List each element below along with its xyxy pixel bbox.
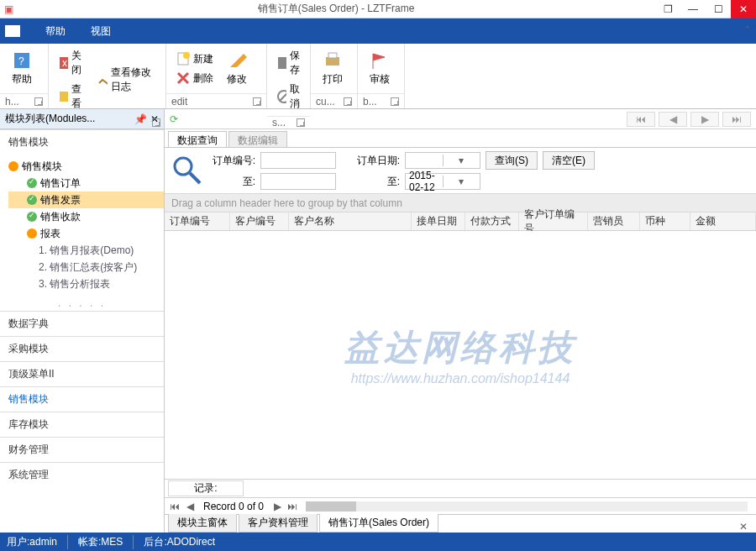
help-icon: ? bbox=[12, 50, 32, 71]
module-inventory[interactable]: 库存模块 bbox=[0, 412, 164, 437]
title-bar: ▣ 销售订单(Sales Order) - LZTFrame ❐ — ☐ ✕ bbox=[0, 0, 756, 18]
app-menu-button[interactable] bbox=[5, 25, 20, 37]
status-bar: 用户:admin 帐套:MES 后台:ADODirect bbox=[0, 533, 756, 551]
grid-body[interactable]: 益达网络科技 https://www.huzhan.com/ishop14144 bbox=[165, 231, 756, 479]
group-launcher-edit[interactable] bbox=[253, 97, 261, 106]
print-button[interactable]: 打印 bbox=[318, 49, 348, 88]
grid-navigator: ⏮ ◀ Record 0 of 0 ▶ ⏭ bbox=[165, 497, 756, 514]
col-currency[interactable]: 币种 bbox=[640, 213, 690, 230]
nav-first-icon[interactable]: ⏮ bbox=[168, 500, 181, 513]
collapse-ribbon-icon[interactable]: ˆ bbox=[746, 25, 749, 37]
doc-tab-customer[interactable]: 客户资料管理 bbox=[239, 514, 318, 533]
col-orderno[interactable]: 订单编号 bbox=[165, 213, 230, 230]
accordion-separator: . . . . . bbox=[0, 296, 164, 311]
col-amount[interactable]: 金额 bbox=[690, 213, 756, 230]
col-recvdate[interactable]: 接单日期 bbox=[412, 213, 465, 230]
minimize-button[interactable]: — bbox=[680, 0, 706, 18]
col-sales[interactable]: 营销员 bbox=[588, 213, 640, 230]
input-date-to[interactable]: 2015-02-12▾ bbox=[405, 173, 480, 190]
nav-next[interactable]: ▶ bbox=[690, 112, 719, 127]
col-custorderno[interactable]: 客户订单编号 bbox=[519, 213, 588, 230]
check-icon bbox=[27, 178, 37, 188]
nav-last-icon[interactable]: ⏭ bbox=[286, 500, 299, 513]
view-icon bbox=[59, 90, 68, 103]
chevron-down-icon[interactable]: ▾ bbox=[443, 155, 480, 166]
tree-item-salesreceipt[interactable]: 销售收款 bbox=[8, 208, 164, 225]
group-launcher-window[interactable] bbox=[152, 118, 160, 127]
window-title: 销售订单(Sales Order) - LZTFrame bbox=[17, 2, 655, 16]
tree-item-reports[interactable]: 报表 bbox=[8, 225, 164, 242]
module-purchase[interactable]: 采购模块 bbox=[0, 336, 164, 361]
check-icon bbox=[27, 195, 37, 205]
refresh-icon[interactable]: ⟳ bbox=[170, 113, 178, 125]
label-to2: 至: bbox=[341, 175, 400, 189]
module-finance[interactable]: 财务管理 bbox=[0, 437, 164, 462]
input-orderno-to[interactable] bbox=[260, 173, 336, 190]
doc-tab-close-icon[interactable]: ✕ bbox=[734, 521, 753, 533]
flag-icon bbox=[370, 50, 390, 71]
menu-view[interactable]: 视图 bbox=[91, 24, 111, 39]
horizontal-scrollbar[interactable] bbox=[306, 501, 748, 512]
print-icon bbox=[323, 50, 343, 71]
status-user: 用户:admin bbox=[7, 535, 68, 549]
audit-button[interactable]: 审核 bbox=[365, 49, 395, 88]
input-orderno-from[interactable] bbox=[260, 152, 336, 169]
col-payment[interactable]: 付款方式 bbox=[465, 213, 519, 230]
search-button[interactable]: 查询(S) bbox=[486, 151, 538, 170]
save-button[interactable]: 保存 bbox=[274, 47, 307, 79]
restore-down-button[interactable]: ❐ bbox=[655, 0, 680, 18]
tree-root[interactable]: 销售模块 bbox=[8, 158, 164, 175]
group-by-hint[interactable]: Drag a column header here to group by th… bbox=[165, 194, 756, 213]
status-backend: 后台:ADODirect bbox=[144, 535, 215, 549]
status-account: 帐套:MES bbox=[78, 535, 134, 549]
view-log-button[interactable]: 查看修改日志 bbox=[94, 64, 159, 96]
edit-icon bbox=[227, 50, 247, 71]
maximize-button[interactable]: ☐ bbox=[706, 0, 731, 18]
module-system[interactable]: 系统管理 bbox=[0, 462, 164, 487]
record-label: 记录: bbox=[168, 480, 244, 496]
view-button[interactable]: 查看 bbox=[55, 81, 89, 113]
new-button[interactable]: 新建 bbox=[173, 50, 217, 68]
nav-next-icon[interactable]: ▶ bbox=[270, 500, 284, 513]
save-icon bbox=[277, 56, 286, 70]
nav-prev-icon[interactable]: ◀ bbox=[183, 500, 197, 513]
help-button[interactable]: ? 帮助 bbox=[7, 49, 37, 88]
doc-tab-salesorder[interactable]: 销售订单(Sales Order) bbox=[319, 514, 438, 533]
modify-button[interactable]: 修改 bbox=[222, 49, 252, 88]
tree-report-1[interactable]: 1. 销售月报表(Demo) bbox=[8, 242, 164, 259]
clear-button[interactable]: 清空(E) bbox=[543, 151, 595, 170]
svg-rect-4 bbox=[60, 92, 68, 102]
nav-last[interactable]: ⏭ bbox=[722, 112, 751, 127]
group-launcher-audit[interactable] bbox=[391, 97, 399, 106]
pin-icon[interactable]: 📌 bbox=[134, 113, 147, 125]
tab-query[interactable]: 数据查询 bbox=[168, 131, 227, 147]
cancel-button[interactable]: 取消 bbox=[274, 81, 307, 113]
tree-item-salesinvoice[interactable]: 销售发票 bbox=[8, 192, 164, 208]
module-sales[interactable]: 销售模块 bbox=[0, 386, 164, 412]
close-button[interactable]: ✕ bbox=[731, 0, 756, 18]
module-datadict[interactable]: 数据字典 bbox=[0, 311, 164, 336]
menu-help[interactable]: 帮助 bbox=[45, 24, 66, 39]
close-window-button[interactable]: x关闭 bbox=[55, 47, 89, 79]
tree-header[interactable]: 销售模块 bbox=[0, 129, 164, 155]
tree-report-2[interactable]: 2. 销售汇总表(按客户) bbox=[8, 259, 164, 276]
chevron-down-icon[interactable]: ▾ bbox=[443, 176, 480, 187]
main-panel: ⟳ ⏮ ◀ ▶ ⏭ 数据查询 数据编辑 订单编号: 订单日期: ▾ 查询(S) bbox=[165, 109, 756, 533]
tree-item-salesorder[interactable]: 销售订单 bbox=[8, 175, 164, 192]
tab-edit[interactable]: 数据编辑 bbox=[228, 131, 287, 147]
delete-button[interactable]: 删除 bbox=[173, 70, 217, 87]
new-icon bbox=[176, 52, 190, 66]
col-custno[interactable]: 客户编号 bbox=[230, 213, 289, 230]
group-launcher-print[interactable] bbox=[344, 97, 352, 106]
grid-summary-row: 记录: bbox=[165, 479, 756, 497]
doc-tab-main[interactable]: 模块主窗体 bbox=[168, 514, 237, 533]
close-icon: x bbox=[59, 56, 68, 70]
tree-report-3[interactable]: 3. 销售分析报表 bbox=[8, 276, 164, 292]
document-tabs: 模块主窗体 客户资料管理 销售订单(Sales Order) ✕ bbox=[165, 514, 756, 533]
nav-first[interactable]: ⏮ bbox=[627, 112, 655, 127]
module-topmenu2[interactable]: 顶级菜单II bbox=[0, 361, 164, 386]
group-launcher-help[interactable] bbox=[34, 97, 43, 106]
col-custname[interactable]: 客户名称 bbox=[289, 213, 412, 230]
input-date-from[interactable]: ▾ bbox=[405, 152, 480, 169]
nav-prev[interactable]: ◀ bbox=[659, 112, 687, 127]
